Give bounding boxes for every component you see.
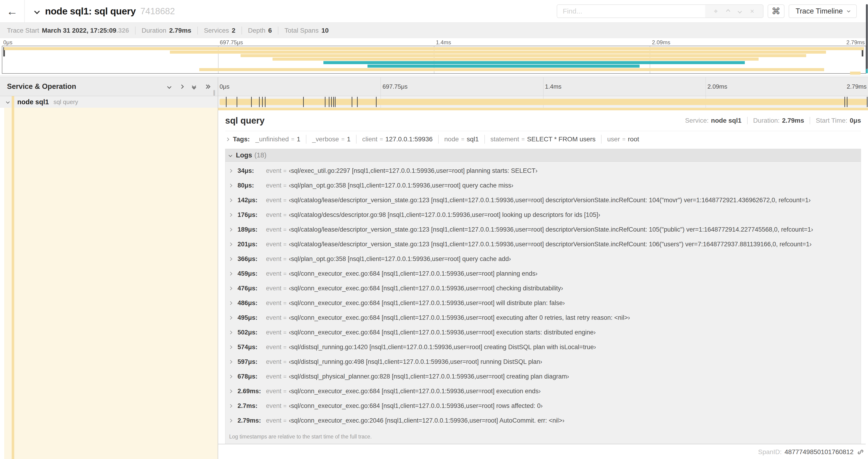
log-marker-tick[interactable] [303, 97, 304, 107]
find-prev-icon[interactable] [726, 9, 730, 13]
log-row[interactable]: 486μs:event=‹sql/conn_executor_exec.go:6… [225, 296, 861, 310]
expand-all-icon[interactable] [205, 85, 210, 88]
log-marker-tick[interactable] [333, 97, 334, 107]
log-row[interactable]: 495μs:event=‹sql/conn_executor_exec.go:6… [225, 310, 861, 325]
log-marker-tick[interactable] [325, 97, 326, 107]
collapse-logs-chevron-icon[interactable] [229, 154, 232, 157]
log-marker-tick[interactable] [376, 97, 377, 107]
deep-link-icon[interactable] [857, 448, 864, 456]
view-selector-button[interactable]: Trace Timeline [789, 4, 857, 18]
log-marker-tick[interactable] [259, 97, 260, 107]
log-row[interactable]: 201μs:event=‹sql/catalog/lease/descripto… [225, 237, 861, 252]
expand-log-chevron-icon[interactable] [229, 287, 238, 290]
tag-key: _unfinished [255, 135, 289, 143]
log-row[interactable]: 574μs:event=‹sql/distsql_running.go:1420… [225, 340, 861, 355]
axis-tick-label: 2.79ms [847, 83, 867, 90]
tag-item[interactable]: node=sql1 [438, 135, 485, 144]
log-equals: = [283, 359, 286, 365]
expand-log-chevron-icon[interactable] [229, 419, 238, 422]
service-value: node sql1 [711, 117, 742, 124]
log-row[interactable]: 2.69ms:event=‹sql/conn_executor_exec.go:… [225, 384, 861, 399]
log-row[interactable]: 459μs:event=‹sql/conn_executor_exec.go:6… [225, 266, 861, 281]
expand-log-chevron-icon[interactable] [229, 405, 238, 407]
expand-log-chevron-icon[interactable] [229, 199, 238, 201]
expand-tags-chevron-icon[interactable] [226, 138, 229, 141]
log-row[interactable]: 80μs:event=‹sql/plan_opt.go:358 [nsql1,c… [225, 178, 861, 193]
expand-log-chevron-icon[interactable] [229, 302, 238, 304]
trace-title-group[interactable]: node sql1: sql query 7418682 [35, 6, 175, 17]
expand-log-chevron-icon[interactable] [229, 346, 238, 349]
log-marker-tick[interactable] [847, 97, 847, 107]
log-marker-tick[interactable] [329, 97, 330, 107]
timeline-ruler: 0μs697.75μs1.4ms2.09ms2.79ms [218, 77, 868, 96]
log-row[interactable]: 502μs:event=‹sql/conn_executor_exec.go:6… [225, 325, 861, 340]
expand-log-chevron-icon[interactable] [229, 243, 238, 245]
expand-one-icon[interactable] [180, 85, 183, 88]
timeline-minimap[interactable]: 0μs697.75μs1.4ms2.09ms2.79ms [0, 38, 868, 75]
log-equals: = [283, 329, 286, 336]
vertical-scrollbar-thumb[interactable] [866, 4, 868, 69]
log-row[interactable]: 142μs:event=‹sql/catalog/lease/descripto… [225, 193, 861, 207]
column-resize-handle[interactable]: ∥ [213, 89, 216, 96]
minimap-canvas[interactable] [2, 46, 866, 74]
log-marker-tick[interactable] [262, 97, 263, 107]
span-duration-bar[interactable] [220, 99, 867, 105]
keyboard-shortcuts-button[interactable]: ⌘ [768, 4, 784, 18]
expand-log-chevron-icon[interactable] [229, 317, 238, 319]
log-marker-tick[interactable] [352, 97, 352, 107]
log-marker-tick[interactable] [226, 97, 226, 107]
find-input[interactable] [557, 5, 705, 18]
tag-item[interactable]: client=127.0.0.1:59936 [356, 135, 438, 144]
log-marker-tick[interactable] [331, 97, 332, 107]
locate-icon[interactable]: ⌖ [714, 7, 718, 15]
log-row[interactable]: 366μs:event=‹sql/plan_opt.go:358 [nsql1,… [225, 252, 861, 266]
tag-item[interactable]: statement=SELECT * FROM users [485, 135, 601, 144]
log-marker-tick[interactable] [844, 97, 845, 107]
clear-find-icon[interactable]: × [750, 7, 754, 15]
span-bar-track[interactable] [218, 96, 868, 108]
expand-log-chevron-icon[interactable] [229, 258, 238, 260]
log-marker-tick[interactable] [335, 97, 336, 107]
log-row[interactable]: 2.79ms:event=‹sql/conn_executor_exec.go:… [225, 413, 861, 428]
tag-item[interactable]: user=root [601, 135, 645, 144]
log-marker-tick[interactable] [867, 97, 868, 107]
axis-tick-label: 0μs [220, 83, 229, 90]
log-marker-tick[interactable] [251, 97, 252, 107]
expand-log-chevron-icon[interactable] [229, 331, 238, 334]
log-row[interactable]: 2.7ms:event=‹sql/conn_executor_exec.go:6… [225, 399, 861, 413]
span-row[interactable]: node sql1 sql query [0, 96, 868, 108]
tags-row[interactable]: Tags: _unfinished=1_verbose=1client=127.… [225, 131, 861, 147]
tag-item[interactable]: _unfinished=1 [250, 135, 306, 144]
log-row[interactable]: 597μs:event=‹sql/distsql_running.go:498 … [225, 355, 861, 369]
tag-item[interactable]: _verbose=1 [306, 135, 356, 144]
log-marker-tick[interactable] [265, 97, 266, 107]
expand-log-chevron-icon[interactable] [229, 390, 238, 393]
collapse-one-icon[interactable] [168, 85, 171, 88]
log-marker-tick[interactable] [237, 97, 237, 107]
log-row[interactable]: 678μs:event=‹sql/distsql_physical_planne… [225, 369, 861, 384]
log-row[interactable]: 34μs:event=‹sql/exec_util.go:2297 [nsql1… [225, 163, 861, 178]
expand-log-chevron-icon[interactable] [229, 228, 238, 231]
expand-log-chevron-icon[interactable] [229, 184, 238, 187]
log-timestamp: 2.7ms: [238, 402, 266, 409]
log-row[interactable]: 189μs:event=‹sql/catalog/lease/descripto… [225, 222, 861, 237]
span-row-label-cell[interactable]: node sql1 sql query [0, 96, 218, 108]
logs-header[interactable]: Logs (18) [225, 149, 861, 162]
collapse-all-icon[interactable] [192, 85, 195, 89]
log-row[interactable]: 176μs:event=‹sql/catalog/descs/descripto… [225, 207, 861, 222]
log-field-name: event [266, 167, 281, 174]
expand-log-chevron-icon[interactable] [229, 170, 238, 172]
log-timestamp: 2.79ms: [238, 417, 266, 424]
log-row[interactable]: 476μs:event=‹sql/conn_executor_exec.go:6… [225, 281, 861, 296]
log-marker-tick[interactable] [357, 97, 358, 107]
collapse-span-chevron-icon[interactable] [6, 100, 9, 104]
summary-item-value: 2.79ms [169, 27, 191, 34]
expand-log-chevron-icon[interactable] [229, 214, 238, 216]
expand-log-chevron-icon[interactable] [229, 272, 238, 275]
expand-log-chevron-icon[interactable] [229, 375, 238, 378]
find-next-icon[interactable] [738, 9, 742, 13]
collapse-trace-chevron-icon[interactable] [35, 9, 39, 13]
expand-log-chevron-icon[interactable] [229, 361, 238, 363]
back-button[interactable]: ← [0, 0, 25, 22]
log-value: ‹sql/plan_opt.go:358 [nsql1,client=127.0… [289, 182, 513, 189]
